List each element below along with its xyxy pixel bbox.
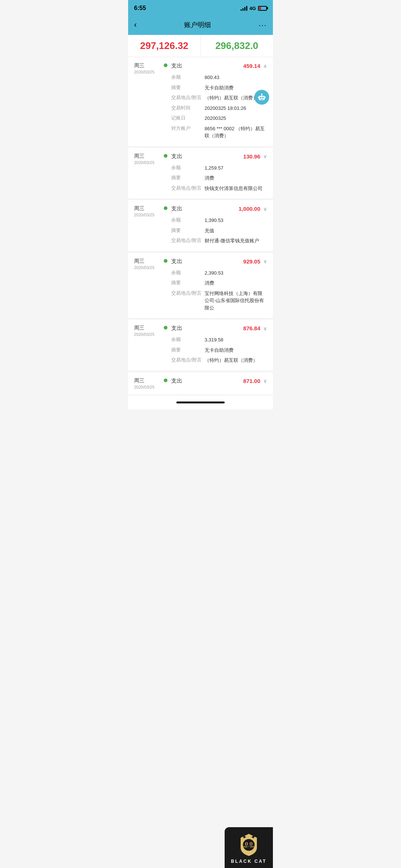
detail-row-balance-1: 余额 800.43	[171, 72, 267, 83]
main-col-3: 支出 1,000.00 ∨ 余额 1,390.53 摘要	[171, 205, 267, 246]
chevron-down-2: ∨	[263, 153, 267, 159]
balance-header: 297,126.32 296,832.0	[128, 35, 273, 57]
main-col-6: 支出 871.00 ∨	[171, 377, 267, 384]
detail-row-summary-5: 摘要 无卡自助消费	[171, 345, 267, 356]
detail-row-location-1: 交易地点/附言 （特约）易互联（消费）	[171, 93, 267, 103]
day-of-week-4: 周三	[134, 258, 164, 265]
detail-row-location-4: 交易地点/附言 宝付网络科技（上海）有限公司-山东省国际信托股份有限公	[171, 288, 267, 313]
transaction-section-1: 周三 2020/03/25 支出 459.14 ∧	[128, 57, 273, 147]
svg-point-11	[246, 843, 247, 845]
tx-amount-5: 876.84	[243, 325, 260, 331]
transaction-section-6: 周三 2020/03/25 支出 871.00 ∨	[128, 372, 273, 395]
tx-main-row-4: 支出 929.05 ∨	[171, 258, 267, 265]
green-dot-1	[164, 63, 167, 67]
green-dot-2	[164, 154, 167, 158]
network-label: 4G	[250, 6, 256, 11]
date-str-3: 2020/03/25	[134, 213, 164, 217]
detail-row-location-5: 交易地点/附言 （特约）易互联（消费）	[171, 355, 267, 366]
back-button[interactable]: ‹	[134, 20, 137, 30]
detail-row-balance-4: 余额 2,390.53	[171, 268, 267, 278]
label-summary-2: 摘要	[171, 174, 205, 181]
green-dot-3	[164, 206, 167, 210]
dot-col-6	[164, 379, 167, 382]
transaction-row-6[interactable]: 周三 2020/03/25 支出 871.00 ∨	[128, 372, 273, 395]
detail-table-3: 余额 1,390.53 摘要 充值 交易地点/附言 财付通-微信零钱充值账户	[171, 215, 267, 246]
label-location-3: 交易地点/附言	[171, 237, 205, 244]
balance-right: 296,832.0	[201, 35, 273, 57]
chevron-up-1: ∧	[263, 63, 267, 69]
balance-red-amount: 297,126.32	[140, 40, 188, 51]
balance-left: 297,126.32	[128, 35, 201, 57]
transaction-row-3[interactable]: 周三 2020/03/25 支出 1,000.00 ∨	[128, 200, 273, 252]
green-dot-6	[164, 379, 167, 382]
label-account-1: 对方账户	[171, 125, 205, 132]
day-of-week-5: 周三	[134, 325, 164, 331]
transaction-row-1[interactable]: 周三 2020/03/25 支出 459.14 ∧	[128, 57, 273, 147]
date-col-4: 周三 2020/03/25	[134, 258, 164, 270]
label-balance-2: 余额	[171, 164, 205, 171]
date-col-5: 周三 2020/03/25	[134, 325, 164, 337]
value-summary-5: 无卡自助消费	[205, 347, 267, 354]
value-account-1: 8656 *** 0002 （特约）易互联（消费）	[205, 125, 267, 140]
home-indicator	[176, 402, 225, 403]
black-cat-watermark: BLACK CAT	[225, 827, 273, 868]
detail-row-summary-4: 摘要 消费	[171, 278, 267, 288]
day-of-week-6: 周三	[134, 377, 164, 384]
tx-main-row-3: 支出 1,000.00 ∨	[171, 205, 267, 212]
date-col-1: 周三 2020/03/25	[134, 62, 164, 74]
label-location-4: 交易地点/附言	[171, 290, 205, 297]
battery-icon	[258, 6, 267, 11]
detail-table-5: 余额 3,319.58 摘要 无卡自助消费 交易地点/附言 （特约）易互联（消费…	[171, 335, 267, 366]
detail-row-balance-3: 余额 1,390.53	[171, 215, 267, 226]
value-balance-2: 1,259.57	[205, 164, 267, 172]
value-summary-1: 无卡自助消费	[205, 84, 267, 92]
label-summary-4: 摘要	[171, 279, 205, 286]
tx-amount-4: 929.05	[243, 258, 260, 265]
date-str-2: 2020/03/25	[134, 160, 164, 165]
value-bookdate-1: 20200325	[205, 115, 267, 122]
detail-row-balance-2: 余额 1,259.57	[171, 163, 267, 173]
transaction-row-5[interactable]: 周三 2020/03/25 支出 876.84 ∨	[128, 320, 273, 371]
chevron-down-6: ∨	[263, 378, 267, 384]
detail-row-summary-1: 摘要 无卡自助消费	[171, 83, 267, 93]
detail-row-account-1: 对方账户 8656 *** 0002 （特约）易互联（消费）	[171, 124, 267, 141]
value-location-1: （特约）易互联（消费）	[205, 94, 267, 102]
date-col-2: 周三 2020/03/25	[134, 153, 164, 165]
transaction-section-2: 周三 2020/03/25 支出 130.96 ∨	[128, 148, 273, 199]
transaction-row-4[interactable]: 周三 2020/03/25 支出 929.05 ∨	[128, 253, 273, 319]
transactions-list: 周三 2020/03/25 支出 459.14 ∧	[128, 57, 273, 395]
tx-type-6: 支出	[171, 377, 182, 384]
main-col-2: 支出 130.96 ∨ 余额 1,259.57 摘要 消费	[171, 153, 267, 194]
green-dot-5	[164, 326, 167, 330]
tx-amount-1: 459.14	[243, 63, 260, 69]
label-location-2: 交易地点/附言	[171, 185, 205, 191]
status-icons: 4G	[241, 6, 267, 11]
more-button[interactable]: ···	[258, 21, 267, 29]
nav-bar: ‹ 账户明细 ···	[128, 16, 273, 35]
svg-point-8	[243, 839, 255, 851]
main-col-5: 支出 876.84 ∨ 余额 3,319.58 摘要 无卡	[171, 325, 267, 366]
dot-col-2	[164, 154, 167, 158]
page-wrapper: 6:55 4G ‹ 账户明细 ··· 297,126.32 296,832.0	[128, 0, 273, 868]
detail-row-time-1: 交易时间 20200325 18:01:26	[171, 103, 267, 114]
detail-table-2: 余额 1,259.57 摘要 消费 交易地点/附言 快钱支付清算信息有限公司	[171, 163, 267, 194]
detail-row-balance-5: 余额 3,319.58	[171, 335, 267, 345]
value-location-5: （特约）易互联（消费）	[205, 357, 267, 364]
chevron-down-5: ∨	[263, 325, 267, 331]
value-balance-3: 1,390.53	[205, 217, 267, 224]
detail-row-location-2: 交易地点/附言 快钱支付清算信息有限公司	[171, 183, 267, 194]
transaction-row-2[interactable]: 周三 2020/03/25 支出 130.96 ∨	[128, 148, 273, 199]
value-balance-5: 3,319.58	[205, 336, 267, 344]
transaction-section-5: 周三 2020/03/25 支出 876.84 ∨	[128, 320, 273, 371]
svg-point-12	[250, 843, 252, 845]
value-summary-3: 充值	[205, 227, 267, 235]
tx-type-3: 支出	[171, 205, 182, 212]
main-col-4: 支出 929.05 ∨ 余额 2,390.53 摘要 消费	[171, 258, 267, 313]
dot-col-3	[164, 206, 167, 210]
dot-col-1	[164, 63, 167, 67]
value-summary-4: 消费	[205, 279, 267, 287]
label-summary-5: 摘要	[171, 347, 205, 353]
black-cat-label: BLACK CAT	[231, 859, 267, 864]
day-of-week-1: 周三	[134, 62, 164, 69]
tx-amount-2: 130.96	[243, 153, 260, 160]
